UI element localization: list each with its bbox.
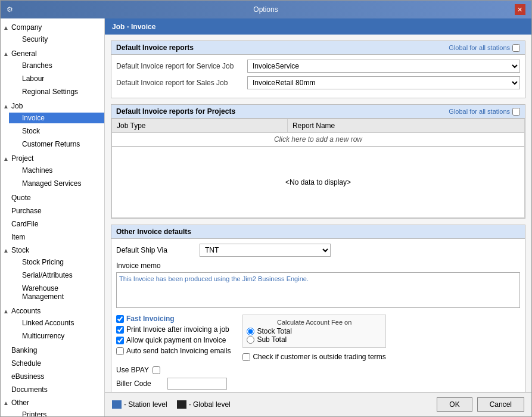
use-bpay-checkbox[interactable]: [153, 366, 160, 374]
global-level-label: - Global level: [189, 400, 231, 409]
title-bar-text: Options: [253, 5, 278, 14]
sub-total-label: Sub Total: [257, 335, 287, 344]
projects-table: Job Type Report Name Click here to add a…: [111, 119, 525, 147]
station-level-label: - Station level: [124, 400, 167, 409]
sidebar-item-banking[interactable]: Banking: [1, 344, 104, 357]
sidebar-item-serial-attributes[interactable]: Serial/Attributes: [9, 269, 104, 282]
ship-via-label: Default Ship Via: [116, 246, 200, 254]
footer-buttons: OK Cancel: [437, 397, 524, 412]
station-level-box: [112, 400, 122, 409]
sidebar-item-security[interactable]: Security: [9, 33, 104, 46]
station-level-legend: - Station level: [112, 400, 167, 409]
sidebar-item-printers[interactable]: Printers: [9, 408, 104, 416]
service-job-label: Default Invoice report for Service Job: [116, 62, 247, 70]
sidebar-item-other[interactable]: ▲ Other Printers Email Retail & EFTPOS: [1, 396, 104, 416]
allow-quick-payment-checkbox[interactable]: [116, 337, 124, 344]
biller-code-input[interactable]: [167, 378, 227, 390]
global-checkbox-reports[interactable]: [512, 44, 520, 52]
sidebar-item-labour[interactable]: Labour: [9, 72, 104, 85]
memo-label: Invoice memo: [116, 262, 520, 270]
dialog-window: ⚙ Options ✕ ▲ Company Security: [0, 0, 532, 417]
invoice-memo[interactable]: This Invoice has been produced using the…: [116, 272, 520, 308]
other-defaults-title: Other Invoice defaults: [116, 228, 191, 236]
main-panel: Job - Invoice Default Invoice reports Gl…: [105, 18, 531, 416]
print-invoice-row: Print Invoice after invoicing a job: [116, 325, 231, 334]
global-label-projects: Global for all stations: [449, 108, 510, 115]
stock-total-radio[interactable]: [247, 328, 254, 335]
check-customer-checkbox[interactable]: [242, 353, 250, 361]
use-bpay-label: Use BPAY: [116, 366, 149, 374]
allow-quick-payment-label: Allow quick payment on Invoice: [126, 336, 226, 344]
stock-total-row: Stock Total: [247, 327, 381, 335]
sidebar-item-warehouse-management[interactable]: Warehouse Management: [9, 282, 104, 303]
sidebar-item-stock-pricing[interactable]: Stock Pricing: [9, 256, 104, 269]
sub-total-row: Sub Total: [247, 335, 381, 344]
sidebar-item-project[interactable]: ▲ Project Machines Managed Services: [1, 152, 104, 191]
sidebar-item-cardfile[interactable]: CardFile: [1, 217, 104, 231]
sales-job-row: Default Invoice report for Sales Job Inv…: [116, 76, 520, 89]
sidebar-item-branches[interactable]: Branches: [9, 59, 104, 72]
global-level-box: [177, 400, 186, 409]
sidebar: ▲ Company Security ▲ General Branches La…: [1, 18, 105, 416]
panel-title: Job - Invoice: [112, 23, 155, 31]
add-row-button[interactable]: Click here to add a new row: [112, 133, 525, 147]
sidebar-item-company[interactable]: ▲ Company Security: [1, 21, 104, 47]
sidebar-item-item[interactable]: Item: [1, 231, 104, 244]
invoice-reports-header: Default Invoice reports Global for all s…: [111, 41, 525, 55]
sidebar-item-linked-accounts[interactable]: Linked Accounts: [9, 316, 104, 329]
sidebar-item-general[interactable]: ▲ General Branches Labour Regional Setti…: [1, 47, 104, 99]
sidebar-item-documents[interactable]: Documents: [1, 383, 104, 396]
cancel-button[interactable]: Cancel: [477, 397, 524, 412]
col-report-name: Report Name: [287, 119, 524, 133]
col-job-type: Job Type: [112, 119, 288, 133]
footer: - Station level - Global level OK Cancel: [105, 392, 531, 416]
panel-body: Default Invoice reports Global for all s…: [105, 35, 531, 392]
no-data-display: <No data to display>: [111, 147, 525, 218]
sidebar-item-multicurrency[interactable]: Multicurrency: [9, 329, 104, 343]
other-defaults-section: Other Invoice defaults Default Ship Via …: [111, 225, 525, 392]
sidebar-item-schedule[interactable]: Schedule: [1, 357, 104, 370]
title-bar: ⚙ Options ✕: [1, 1, 531, 18]
projects-section: Default Invoice reports for Projects Glo…: [111, 104, 525, 219]
sidebar-item-quote[interactable]: Quote: [1, 191, 104, 204]
ship-via-select[interactable]: TNT: [200, 244, 331, 257]
ship-via-row: Default Ship Via TNT: [116, 244, 520, 257]
calc-fee-group: Calculate Account Fee on Stock Total Sub…: [242, 315, 385, 348]
toggle-icon: ▲: [3, 24, 11, 31]
sidebar-item-customer-returns[interactable]: Customer Returns: [9, 138, 104, 151]
sidebar-item-stock-job[interactable]: Stock: [9, 125, 104, 138]
service-job-select[interactable]: InvoiceService: [247, 60, 520, 73]
sidebar-item-ebusiness[interactable]: eBusiness: [1, 370, 104, 383]
sales-job-label: Default Invoice report for Sales Job: [116, 79, 247, 87]
no-data-text: <No data to display>: [285, 178, 351, 186]
ok-button[interactable]: OK: [437, 397, 472, 412]
close-button[interactable]: ✕: [515, 4, 525, 15]
auto-send-row: Auto send batch Invoicing emails: [116, 347, 231, 355]
sidebar-item-machines[interactable]: Machines: [9, 164, 104, 177]
invoice-reports-title: Default Invoice reports: [116, 43, 194, 52]
sidebar-item-managed-services[interactable]: Managed Services: [9, 177, 104, 190]
calc-fee-title: Calculate Account Fee on: [247, 319, 381, 326]
sales-job-select[interactable]: InvoiceRetail 80mm: [247, 76, 520, 89]
global-level-legend: - Global level: [177, 400, 231, 409]
check-customer-label: Check if customer is outside trading ter…: [253, 353, 385, 361]
auto-send-checkbox[interactable]: [116, 347, 124, 355]
sub-total-radio[interactable]: [247, 336, 254, 344]
fast-invoicing-checkbox[interactable]: [116, 315, 124, 323]
sidebar-item-accounts[interactable]: ▲ Accounts Linked Accounts Multicurrency: [1, 304, 104, 344]
print-invoice-label: Print Invoice after invoicing a job: [126, 325, 229, 334]
sidebar-item-stock[interactable]: ▲ Stock Stock Pricing Serial/Attributes …: [1, 244, 104, 304]
global-checkbox-projects[interactable]: [512, 108, 520, 116]
check-customer-row: Check if customer is outside trading ter…: [242, 353, 385, 361]
sidebar-item-job[interactable]: ▲ Job Invoice Stock Customer Returns: [1, 99, 104, 152]
fast-invoicing-label: Fast Invoicing: [126, 315, 175, 323]
other-defaults-header: Other Invoice defaults: [111, 225, 525, 239]
sidebar-item-regional-settings[interactable]: Regional Settings: [9, 85, 104, 98]
global-label-reports: Global for all stations: [449, 44, 510, 51]
sidebar-item-purchase[interactable]: Purchase: [1, 204, 104, 217]
projects-title: Default Invoice reports for Projects: [116, 107, 235, 116]
auto-send-label: Auto send batch Invoicing emails: [126, 347, 231, 355]
panel-header: Job - Invoice: [105, 18, 531, 35]
sidebar-item-invoice[interactable]: Invoice: [9, 111, 104, 125]
print-invoice-checkbox[interactable]: [116, 326, 124, 334]
